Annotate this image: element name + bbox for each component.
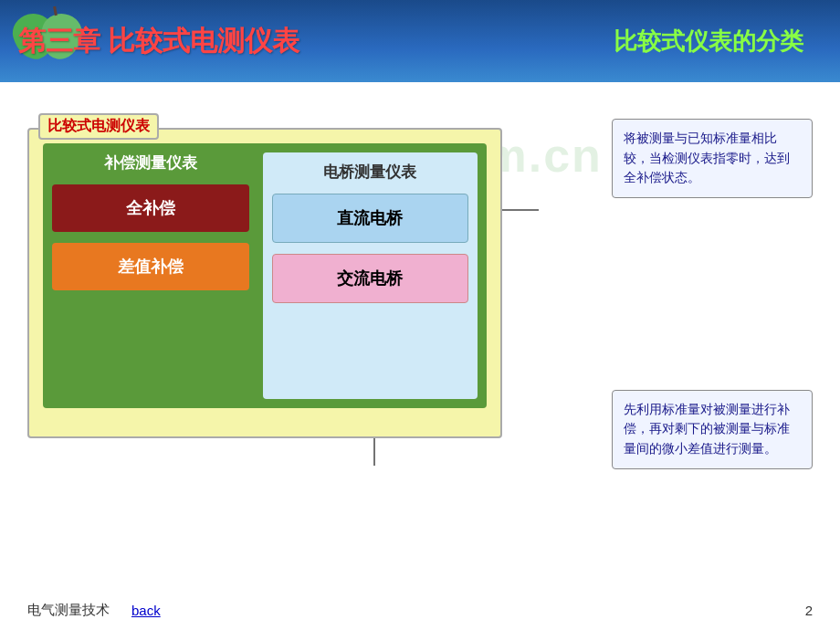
header: 第三章 比较式电测仪表 比较式仪表的分类 — [0, 0, 840, 82]
full-compensation-btn: 全补偿 — [52, 184, 249, 232]
header-title-left: 第三章 比较式电测仪表 — [18, 23, 299, 60]
main-content: 比较式电测仪表 补偿测量仪表 全补偿 差值补偿 电桥测量仪表 直流电桥 交流电桥 — [0, 82, 840, 593]
inner-box: 补偿测量仪表 全补偿 差值补偿 电桥测量仪表 直流电桥 交流电桥 — [43, 143, 487, 408]
page-number: 2 — [805, 603, 813, 618]
callout-bottom: 先利用标准量对被测量进行补偿，再对剩下的被测量与标准量间的微小差值进行测量。 — [612, 390, 813, 469]
callout-top: 将被测量与已知标准量相比较，当检测仪表指零时，达到全补偿状态。 — [612, 119, 813, 198]
diff-compensation-btn: 差值补偿 — [52, 243, 249, 290]
compensation-title: 补偿测量仪表 — [52, 152, 249, 173]
bridge-column: 电桥测量仪表 直流电桥 交流电桥 — [263, 152, 478, 399]
header-title-right: 比较式仪表的分类 — [614, 26, 803, 58]
callout-boxes: 将被测量与已知标准量相比较，当检测仪表指零时，达到全补偿状态。 先利用标准量对被… — [612, 100, 813, 575]
compensation-column: 补偿测量仪表 全补偿 差值补偿 — [52, 152, 249, 399]
dc-bridge-btn: 直流电桥 — [272, 194, 469, 243]
diagram-container: 比较式电测仪表 补偿测量仪表 全补偿 差值补偿 电桥测量仪表 直流电桥 交流电桥 — [27, 100, 593, 575]
ac-bridge-btn: 交流电桥 — [272, 254, 469, 303]
bridge-title: 电桥测量仪表 — [272, 162, 469, 183]
outer-box: 比较式电测仪表 补偿测量仪表 全补偿 差值补偿 电桥测量仪表 直流电桥 交流电桥 — [27, 128, 502, 438]
footer: 电气测量技术 back 2 — [27, 602, 813, 619]
footer-left-text: 电气测量技术 — [27, 602, 110, 619]
back-button[interactable]: back — [131, 603, 161, 618]
outer-box-label: 比较式电测仪表 — [38, 113, 159, 140]
